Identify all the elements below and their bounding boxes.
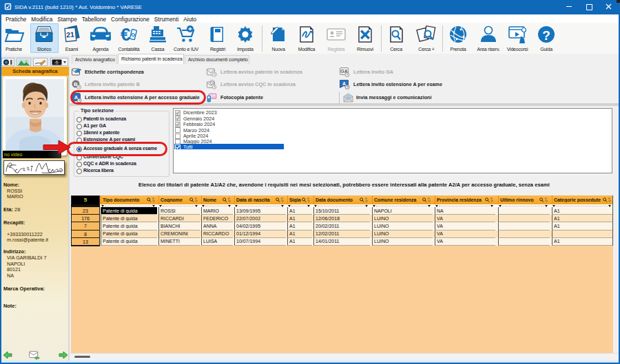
svg-text:€: €	[121, 24, 130, 45]
svg-text:21: 21	[66, 30, 75, 39]
svg-text:?: ?	[542, 28, 550, 43]
svg-text:A: A	[342, 81, 346, 86]
